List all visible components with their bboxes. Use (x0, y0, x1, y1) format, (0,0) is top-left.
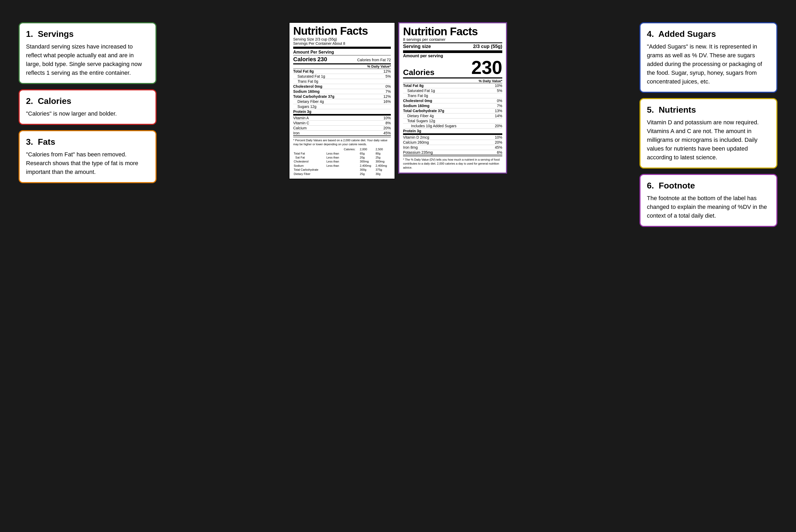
old-calories-row: Calories 230 Calories from Fat 72 (293, 55, 391, 64)
new-fiber-row: Dietary Fiber 4g 14% (403, 113, 502, 118)
nutrients-num: 5. (647, 105, 654, 115)
old-vitc-label: Vitamin C (293, 121, 309, 125)
new-sat-fat-label: Saturated Fat 1g (403, 89, 435, 93)
new-carb-label: Total Carbohydrate 37g (403, 109, 444, 113)
old-total-fat-row: Total Fat 8g 12% (293, 69, 391, 74)
old-sugars-row: Sugars 12g (293, 104, 391, 109)
footnote-num: 6. (647, 181, 654, 190)
new-fiber-label: Dietary Fiber 4g (403, 114, 434, 118)
old-amount-per-serving: Amount Per Serving (293, 50, 391, 55)
fats-num: 3. (26, 137, 33, 147)
new-sodium-label: Sodium 160mg (403, 103, 430, 108)
new-iron-row: Iron 8mg 45% (403, 145, 502, 150)
new-calcium-value: 20% (495, 140, 502, 145)
old-vita-row: Vitamin A 10% (293, 116, 391, 120)
old-carb-row: Total Carbohydrate 37g 12% (293, 94, 391, 99)
servings-label: Servings (38, 29, 73, 39)
calories-title: 2. Calories (26, 96, 149, 106)
old-footnote-text: * Percent Daily Values are based on a 2,… (293, 138, 391, 147)
new-carb-value: 13% (495, 109, 502, 113)
old-iron-value: 45% (383, 131, 391, 135)
old-nutrition-label: Nutrition Facts Serving Size 2/3 cup (55… (289, 22, 395, 179)
old-calories-value: 230 (317, 56, 327, 62)
new-vitd-row: Vitamin D 2mcg 10% (403, 135, 502, 140)
nutrients-body: Vitamin D and potassium are now required… (647, 118, 770, 162)
new-calories-label: Calories (403, 68, 434, 77)
old-fiber-row: Dietary Fiber 4g 16% (293, 99, 391, 104)
fats-title: 3. Fats (26, 137, 149, 147)
new-sat-fat-value: 5% (497, 89, 502, 93)
old-vita-label: Vitamin A (293, 116, 309, 120)
old-cholesterol-row: Cholesterol 0mg 0% (293, 84, 391, 89)
new-serving-size-label: Serving size (403, 44, 431, 49)
new-sodium-row: Sodium 160mg 7% (403, 103, 502, 109)
old-vitc-row: Vitamin C 8% (293, 120, 391, 126)
old-sat-fat-label: Saturated Fat 1g (293, 74, 325, 78)
old-serving-info: Serving Size 2/3 cup (55g) Servings Per … (293, 37, 391, 49)
new-total-fat-value: 10% (495, 83, 502, 88)
old-calcium-value: 20% (383, 126, 391, 130)
old-label-title: Nutrition Facts (293, 25, 391, 37)
new-nutrition-label: Nutrition Facts 8 servings per container… (398, 22, 507, 174)
old-calories-fat: Calories from Fat 72 (357, 58, 391, 62)
new-protein-label: Protein 3g (403, 129, 421, 133)
old-iron-row: Iron 45% (293, 131, 391, 136)
new-total-fat-row: Total Fat 8g 10% (403, 83, 502, 88)
old-daily-value-header: % Daily Value* (293, 64, 391, 69)
footnote-body: The footnote at the bottom of the label … (647, 194, 770, 220)
labels-container: Nutrition Facts Serving Size 2/3 cup (55… (159, 22, 637, 179)
added-sugars-card: 4. Added Sugars "Added Sugars" is new. I… (639, 22, 777, 93)
new-carb-row: Total Carbohydrate 37g 13% (403, 109, 502, 113)
old-fiber-value: 16% (383, 99, 391, 103)
old-trans-fat-label: Trans Fat 0g (293, 79, 318, 83)
right-panel: 4. Added Sugars "Added Sugars" is new. I… (639, 22, 777, 227)
new-cholesterol-value: 0% (497, 99, 502, 103)
new-footnote: * The % Daily Value (DV) tells you how m… (403, 156, 502, 170)
old-iron-label: Iron (293, 131, 300, 135)
new-trans-fat-label: Trans Fat 0g (403, 94, 428, 98)
old-sugars-label: Sugars 12g (293, 104, 316, 109)
main-container: 1. Servings Standard serving sizes have … (13, 14, 783, 518)
new-servings-per: 8 servings per container (403, 37, 502, 43)
new-sodium-value: 7% (497, 103, 502, 108)
calories-body: "Calories" is now larger and bolder. (26, 109, 149, 118)
old-sat-fat-row: Saturated Fat 1g 5% (293, 74, 391, 79)
old-total-fat-value: 12% (383, 69, 391, 73)
nutrients-label: Nutrients (658, 105, 696, 115)
new-label-wrapper: Nutrition Facts 8 servings per container… (398, 22, 507, 174)
added-sugars-label: Added Sugars (658, 29, 716, 39)
servings-body: Standard serving sizes have increased to… (26, 42, 149, 77)
new-added-sugars-row: Includes 10g Added Sugars 20% (403, 124, 502, 129)
old-sodium-label: Sodium 160mg (293, 89, 320, 94)
new-protein-row: Protein 3g (403, 129, 502, 135)
left-panel: 1. Servings Standard serving sizes have … (19, 22, 157, 183)
new-total-fat-label: Total Fat 8g (403, 83, 424, 88)
calories-num: 2. (26, 96, 33, 106)
new-cholesterol-label: Cholesterol 0mg (403, 99, 432, 103)
calories-card: 2. Calories "Calories" is now larger and… (19, 89, 157, 125)
new-serving-size-value: 2/3 cup (55g) (473, 44, 502, 49)
new-iron-label: Iron 8mg (403, 145, 418, 150)
footnote-title: 6. Footnote (647, 181, 770, 191)
old-fiber-label: Dietary Fiber 4g (293, 99, 324, 103)
new-calcium-row: Calcium 260mg 20% (403, 140, 502, 145)
servings-card: 1. Servings Standard serving sizes have … (19, 22, 157, 84)
old-calcium-row: Calcium 20% (293, 126, 391, 131)
old-vita-value: 10% (383, 116, 391, 120)
old-trans-fat-row: Trans Fat 0g (293, 79, 391, 84)
fats-label: Fats (38, 137, 55, 147)
old-vitc-value: 8% (385, 121, 391, 125)
new-iron-value: 45% (495, 145, 502, 150)
new-total-sugars-label: Total Sugars 12g (403, 119, 435, 123)
old-calories-label: Calories (293, 56, 316, 62)
new-calories-value: 230 (471, 58, 502, 77)
added-sugars-num: 4. (647, 29, 654, 39)
added-sugars-title: 4. Added Sugars (647, 29, 770, 39)
new-potassium-label: Potassium 235mg (403, 150, 433, 154)
new-potassium-value: 6% (497, 150, 502, 154)
new-trans-fat-row: Trans Fat 0g (403, 93, 502, 98)
old-sat-fat-value: 5% (385, 74, 391, 78)
new-vitd-label: Vitamin D 2mcg (403, 135, 429, 139)
old-sodium-row: Sodium 160mg 7% (293, 89, 391, 94)
fats-body: "Calories from Fat" has been removed. Re… (26, 150, 149, 176)
